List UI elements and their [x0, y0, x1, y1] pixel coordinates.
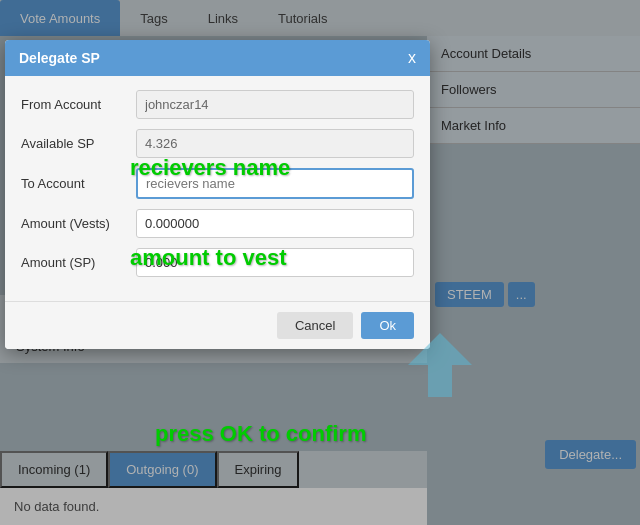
modal-close-button[interactable]: x [408, 50, 416, 66]
label-available-sp: Available SP [21, 136, 136, 151]
input-amount-vests[interactable] [136, 209, 414, 238]
modal-title: Delegate SP [19, 50, 100, 66]
label-to-account: To Account [21, 176, 136, 191]
modal-footer: Cancel Ok [5, 301, 430, 349]
form-row-available-sp: Available SP [21, 129, 414, 158]
svg-marker-0 [408, 333, 472, 397]
arrow-icon [400, 325, 480, 405]
form-row-from-account: From Account [21, 90, 414, 119]
input-from-account[interactable] [136, 90, 414, 119]
label-amount-vests: Amount (Vests) [21, 216, 136, 231]
input-to-account[interactable] [136, 168, 414, 199]
modal-body: From Account Available SP To Account Amo… [5, 76, 430, 301]
form-row-amount-sp: Amount (SP) [21, 248, 414, 277]
label-from-account: From Account [21, 97, 136, 112]
cancel-button[interactable]: Cancel [277, 312, 353, 339]
delegate-sp-modal: Delegate SP x From Account Available SP … [5, 40, 430, 349]
input-amount-sp[interactable] [136, 248, 414, 277]
modal-header: Delegate SP x [5, 40, 430, 76]
form-row-to-account: To Account [21, 168, 414, 199]
label-amount-sp: Amount (SP) [21, 255, 136, 270]
form-row-amount-vests: Amount (Vests) [21, 209, 414, 238]
input-available-sp[interactable] [136, 129, 414, 158]
